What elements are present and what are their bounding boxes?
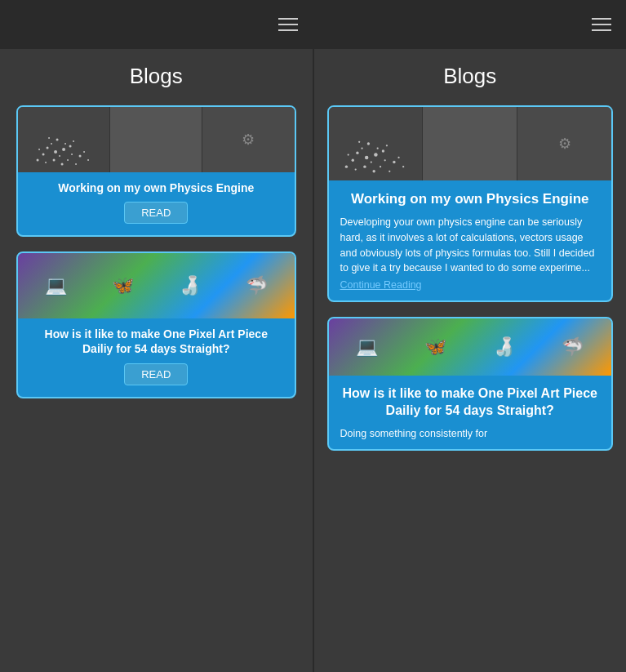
right-panel-title: Blogs (327, 49, 614, 105)
right-header (314, 0, 627, 49)
svg-point-30 (379, 166, 380, 167)
svg-point-22 (364, 156, 368, 160)
pixel-art-card-title: How is it like to make One Pixel Art Pie… (18, 318, 295, 363)
svg-point-9 (61, 163, 64, 166)
svg-point-26 (361, 148, 362, 149)
pixel-art-expanded-description: Doing something consistently for (329, 426, 612, 450)
butterfly-icon-right: 🦋 (424, 336, 446, 358)
left-header (0, 0, 313, 49)
svg-point-32 (354, 168, 356, 170)
physics-card: ⚙ Working on my own Physics Engine READ (16, 105, 296, 237)
svg-point-43 (366, 142, 369, 145)
svg-point-41 (385, 145, 387, 146)
pixel-art-read-button[interactable]: READ (124, 363, 188, 385)
svg-point-21 (56, 139, 59, 141)
svg-point-11 (71, 154, 73, 155)
svg-point-10 (45, 162, 47, 163)
svg-point-42 (358, 141, 360, 143)
physics-expanded-card: ⚙ Working on my own Physics Engine Devel… (327, 105, 614, 302)
physics-expanded-panel-right: ⚙ (517, 107, 611, 180)
left-panel-title: Blogs (16, 49, 296, 105)
laptop-icon-right: 💻 (356, 336, 378, 358)
svg-point-34 (344, 165, 347, 167)
physics-expanded-title: Working on my own Physics Engine (329, 180, 612, 215)
pixel-art-expanded-image: 💻 🦋 🍶 🦈 (329, 318, 612, 376)
svg-point-1 (47, 147, 49, 149)
physics-continue-reading[interactable]: Continue Reading (329, 279, 612, 300)
svg-point-6 (38, 149, 40, 150)
pixel-art-image-bg: 💻 🦋 🍶 🦈 (18, 253, 295, 318)
svg-point-31 (372, 170, 375, 172)
svg-point-13 (75, 163, 77, 165)
svg-point-28 (347, 154, 349, 155)
svg-point-18 (69, 145, 72, 148)
svg-point-0 (54, 150, 57, 154)
svg-point-8 (67, 159, 69, 161)
svg-point-38 (402, 166, 404, 167)
left-panel-content: Blogs (0, 49, 313, 672)
left-panel: Blogs (0, 0, 313, 672)
pixel-art-card: 💻 🦋 🍶 🦈 How is it like to make One Pixel… (16, 251, 296, 398)
svg-point-24 (370, 161, 371, 162)
physics-expanded-description: Developing your own physics engine can b… (329, 215, 612, 279)
right-panel: Blogs (313, 0, 627, 672)
svg-point-35 (388, 171, 390, 172)
pixel-art-expanded-title: How is it like to make One Pixel Art Pie… (329, 376, 612, 426)
left-menu-button[interactable] (278, 18, 298, 31)
svg-point-39 (376, 148, 378, 149)
gear-icon-right: ⚙ (558, 135, 571, 153)
physics-card-title: Working on my own Physics Engine (18, 172, 295, 202)
shark-icon: 🦈 (246, 275, 268, 296)
svg-point-33 (384, 159, 385, 161)
physics-card-image: ⚙ (18, 107, 295, 172)
pixel-art-card-image: 💻 🦋 🍶 🦈 (18, 253, 295, 318)
svg-point-27 (374, 153, 378, 157)
svg-point-36 (393, 161, 395, 163)
svg-point-15 (83, 151, 85, 153)
svg-point-19 (73, 140, 74, 142)
svg-point-17 (64, 143, 66, 145)
svg-point-12 (37, 159, 39, 162)
physics-expanded-panel-mid (422, 107, 517, 180)
pot-icon: 🍶 (179, 275, 201, 296)
svg-point-2 (59, 155, 60, 157)
svg-point-29 (363, 165, 366, 167)
svg-point-23 (356, 152, 358, 154)
svg-point-25 (351, 159, 353, 162)
svg-point-40 (381, 149, 384, 152)
svg-point-37 (397, 157, 399, 158)
physics-panel-left (18, 107, 109, 172)
physics-expanded-panel-left (329, 107, 423, 180)
gear-icon: ⚙ (242, 131, 255, 149)
pot-icon-right: 🍶 (493, 336, 515, 358)
svg-point-3 (42, 154, 45, 156)
svg-point-4 (51, 143, 52, 145)
svg-point-5 (62, 148, 65, 151)
svg-point-20 (48, 137, 50, 139)
svg-point-7 (53, 159, 55, 162)
physics-panel-right: ⚙ (202, 107, 294, 172)
physics-read-button[interactable]: READ (124, 202, 188, 224)
laptop-icon: 💻 (45, 275, 67, 296)
pixel-art-expanded-card: 💻 🦋 🍶 🦈 How is it like to make One Pixel… (327, 317, 614, 451)
right-menu-button[interactable] (592, 18, 611, 31)
svg-point-14 (79, 155, 82, 158)
physics-expanded-image: ⚙ (329, 107, 612, 180)
physics-panel-mid (109, 107, 202, 172)
right-panel-content: Blogs (314, 49, 627, 672)
butterfly-icon: 🦋 (112, 275, 134, 296)
shark-icon-right: 🦈 (562, 336, 584, 358)
svg-point-16 (87, 159, 89, 161)
